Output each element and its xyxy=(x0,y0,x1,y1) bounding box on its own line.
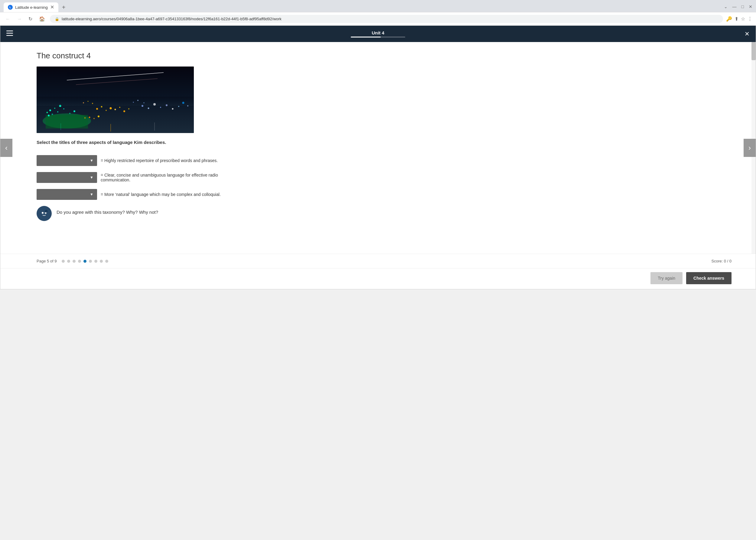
svg-rect-2 xyxy=(6,35,13,36)
dropdown-wrapper-2[interactable]: Option 1 Option 2 Option 3 ▼ xyxy=(37,172,97,183)
svg-rect-0 xyxy=(6,31,13,32)
dropdown-2[interactable]: Option 1 Option 2 Option 3 xyxy=(37,172,97,183)
svg-point-12 xyxy=(57,111,58,112)
browser-chrome: L Latitude e-learning ✕ + ⌄ — □ ✕ ← → ↻ … xyxy=(0,0,756,25)
right-arrow-icon: › xyxy=(748,144,751,152)
svg-point-24 xyxy=(123,110,125,112)
discussion-text: Do you agree with this taxonomy? Why? Wh… xyxy=(57,206,158,215)
page-indicator: Page 5 of 9 xyxy=(37,259,57,263)
dropdown-1[interactable]: Option 1 Option 2 Option 3 xyxy=(37,155,97,166)
collapse-button[interactable]: ⌄ xyxy=(724,4,728,9)
home-button[interactable]: 🏠 xyxy=(37,15,47,23)
dot-4[interactable] xyxy=(78,260,81,263)
close-button[interactable]: ✕ xyxy=(749,4,752,9)
forward-button[interactable]: → xyxy=(15,15,24,23)
left-arrow-icon: ‹ xyxy=(5,144,8,152)
question-text: Select the titles of three aspects of la… xyxy=(37,139,248,146)
city-bg xyxy=(37,67,194,133)
browser-toolbar: ← → ↻ 🏠 🔒 latitude-elearning.aero/course… xyxy=(0,12,756,25)
dot-6[interactable] xyxy=(89,260,92,263)
address-bar[interactable]: 🔒 latitude-elearning.aero/courses/04906a… xyxy=(50,15,723,23)
tab-title: Latitude e-learning xyxy=(15,5,48,10)
key-icon: 🔑 xyxy=(726,16,732,22)
svg-point-29 xyxy=(160,107,161,108)
svg-point-8 xyxy=(49,109,51,111)
content-image xyxy=(37,67,194,133)
discussion-row: ... Do you agree with this taxonomy? Why… xyxy=(37,206,248,221)
new-tab-button[interactable]: + xyxy=(61,3,67,12)
svg-rect-42 xyxy=(37,97,194,106)
svg-point-14 xyxy=(63,108,65,109)
svg-point-36 xyxy=(89,117,90,118)
svg-point-13 xyxy=(48,115,50,116)
svg-point-20 xyxy=(105,110,107,111)
next-page-button[interactable]: › xyxy=(744,139,756,157)
svg-point-31 xyxy=(172,108,174,110)
browser-tab[interactable]: L Latitude e-learning ✕ xyxy=(4,2,58,12)
svg-point-21 xyxy=(110,107,112,109)
bottom-bar: Try again Check answers xyxy=(0,268,756,289)
page-heading: The construct 4 xyxy=(37,51,248,61)
scroll-thumb[interactable] xyxy=(751,42,756,60)
progress-bar xyxy=(351,37,405,38)
pagination-dots xyxy=(62,260,108,263)
svg-point-43 xyxy=(83,102,84,103)
dropdown-row-1: Option 1 Option 2 Option 3 ▼ = Highly re… xyxy=(37,155,248,166)
svg-rect-1 xyxy=(6,33,13,34)
dot-2[interactable] xyxy=(67,260,70,263)
share-icon[interactable]: ⬆ xyxy=(734,16,738,22)
dropdown-wrapper-1[interactable]: Option 1 Option 2 Option 3 ▼ xyxy=(37,155,97,166)
dropdown-label-2: = Clear, concise and unambiguous languag… xyxy=(101,173,248,182)
minimize-button[interactable]: — xyxy=(732,4,737,9)
svg-text:...: ... xyxy=(45,211,47,213)
top-nav: Unit 4 ✕ xyxy=(0,26,756,42)
svg-point-50 xyxy=(42,212,44,214)
dropdown-wrapper-3[interactable]: Option 1 Option 2 Option 3 ▼ xyxy=(37,189,97,200)
toolbar-icons: 🔑 ⬆ ☆ ⋮ xyxy=(726,16,752,22)
dropdown-row-2: Option 1 Option 2 Option 3 ▼ = Clear, co… xyxy=(37,172,248,183)
svg-point-46 xyxy=(133,102,134,103)
score-text: Score: 0 / 0 xyxy=(711,259,731,263)
maximize-button[interactable]: □ xyxy=(741,4,744,9)
svg-point-44 xyxy=(88,101,88,102)
dot-7[interactable] xyxy=(94,260,97,263)
svg-point-11 xyxy=(52,114,53,115)
back-button[interactable]: ← xyxy=(4,15,12,23)
course-title: Unit 4 xyxy=(351,30,405,35)
tab-favicon: L xyxy=(8,5,13,10)
nav-title-area: Unit 4 xyxy=(351,30,405,38)
menu-button[interactable] xyxy=(6,31,13,38)
svg-point-32 xyxy=(178,106,179,107)
try-again-button[interactable]: Try again xyxy=(651,272,682,284)
dot-1[interactable] xyxy=(62,260,65,263)
svg-point-19 xyxy=(101,106,102,108)
tab-close-button[interactable]: ✕ xyxy=(50,5,54,10)
progress-fill xyxy=(351,37,381,38)
dropdown-row-3: Option 1 Option 2 Option 3 ▼ = More ‘nat… xyxy=(37,189,248,200)
dot-5[interactable] xyxy=(83,260,86,263)
svg-point-22 xyxy=(115,109,116,110)
svg-point-18 xyxy=(96,108,98,110)
dropdown-3[interactable]: Option 1 Option 2 Option 3 xyxy=(37,189,97,200)
security-icon: 🔒 xyxy=(55,17,59,21)
bookmark-icon[interactable]: ☆ xyxy=(741,16,745,22)
main-content: ‹ The construct 4 xyxy=(0,42,756,254)
dropdown-label-3: = More ‘natural’ language which may be c… xyxy=(101,192,248,197)
dot-3[interactable] xyxy=(73,260,76,263)
close-course-button[interactable]: ✕ xyxy=(744,30,750,38)
svg-point-38 xyxy=(98,115,99,117)
dot-9[interactable] xyxy=(105,260,108,263)
svg-point-23 xyxy=(119,107,120,108)
prev-page-button[interactable]: ‹ xyxy=(0,139,12,157)
svg-point-48 xyxy=(144,102,145,103)
svg-point-45 xyxy=(92,103,93,104)
dot-8[interactable] xyxy=(100,260,103,263)
app-window: Unit 4 ✕ ‹ The construct 4 xyxy=(0,25,756,289)
svg-point-37 xyxy=(93,118,95,119)
page-footer: Page 5 of 9 Score: 0 / 0 xyxy=(0,254,756,268)
svg-point-25 xyxy=(128,108,129,109)
check-answers-button[interactable]: Check answers xyxy=(686,272,731,284)
menu-icon[interactable]: ⋮ xyxy=(748,16,752,22)
reload-button[interactable]: ↻ xyxy=(27,15,34,23)
url-text: latitude-elearning.aero/courses/04906a8a… xyxy=(62,17,281,21)
